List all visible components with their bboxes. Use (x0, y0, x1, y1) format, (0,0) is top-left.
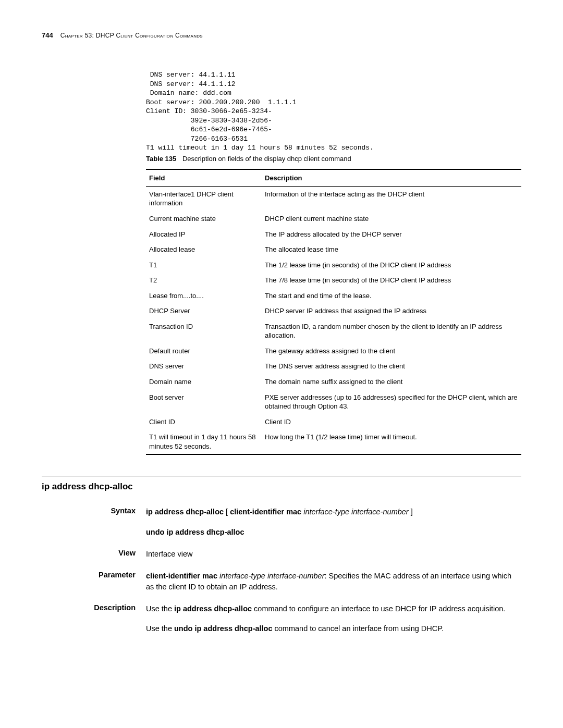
cell-description: The DNS server address assigned to the c… (262, 359, 521, 374)
table-row: Allocated IPThe IP address allocated by … (146, 227, 521, 242)
cell-field: Transaction ID (146, 319, 262, 343)
desc-p2a: Use the (146, 624, 174, 633)
cell-field: T2 (146, 273, 262, 288)
cell-field: Default router (146, 343, 262, 359)
syntax-label: Syntax (42, 507, 146, 537)
syntax-cmd1: ip address dhcp-alloc (146, 508, 224, 516)
syntax-line-2: undo ip address dhcp-alloc (146, 527, 521, 537)
syntax-cmd2: undo ip address dhcp-alloc (146, 528, 244, 536)
section-divider (42, 476, 521, 476)
cell-field: Client ID (146, 414, 262, 430)
cell-description: Information of the interface acting as t… (262, 186, 521, 211)
cell-description: Client ID (262, 414, 521, 430)
desc-p1a: Use the (146, 604, 174, 613)
table-row: Client IDClient ID (146, 414, 521, 430)
description-block: Description Use the ip address dhcp-allo… (42, 603, 521, 634)
section-title: ip address dhcp-alloc (42, 482, 521, 492)
syntax-cmd1-opt: client-identifier mac (230, 508, 301, 516)
table-row: DHCP ServerDHCP server IP address that a… (146, 303, 521, 319)
cell-description: Transaction ID, a random number chosen b… (262, 319, 521, 343)
cell-field: Lease from....to.... (146, 288, 262, 304)
desc-p2c: command to cancel an interface from usin… (273, 624, 444, 633)
cell-description: DHCP client current machine state (262, 211, 521, 227)
syntax-bracket-close: ] (409, 508, 413, 516)
cell-description: The start and end time of the lease. (262, 288, 521, 304)
table-caption-text: Description on fields of the display dhc… (182, 155, 351, 163)
code-output: DNS server: 44.1.1.11 DNS server: 44.1.1… (146, 70, 521, 153)
table-label: Table 135 (146, 155, 176, 163)
parameter-label: Parameter (42, 571, 146, 592)
view-text: Interface view (146, 549, 521, 559)
table-row: Domain nameThe domain name suffix assign… (146, 374, 521, 390)
cell-field: T1 will timeout in 1 day 11 hours 58 min… (146, 429, 262, 454)
view-block: View Interface view (42, 549, 521, 559)
parameter-text: client-identifier mac interface-type int… (146, 571, 521, 592)
cell-field: DNS server (146, 359, 262, 374)
cell-description: How long the T1 (1/2 lease time) timer w… (262, 429, 521, 454)
desc-p2b: undo ip address dhcp-alloc (174, 624, 273, 633)
param-italic: interface-type interface-number (217, 572, 325, 580)
syntax-line-1: ip address dhcp-alloc [ client-identifie… (146, 507, 521, 517)
table-row: T1 will timeout in 1 day 11 hours 58 min… (146, 429, 521, 454)
desc-p1b: ip address dhcp-alloc (174, 604, 252, 613)
chapter-title: Chapter 53: DHCP Client Configuration Co… (60, 32, 203, 39)
th-field: Field (146, 169, 262, 187)
cell-field: DHCP Server (146, 303, 262, 319)
table-caption: Table 135 Description on fields of the d… (146, 155, 521, 163)
table-row: Allocated leaseThe allocated lease time (146, 242, 521, 257)
table-row: Default routerThe gateway address assign… (146, 343, 521, 359)
cell-description: PXE server addresses (up to 16 addresses… (262, 390, 521, 414)
cell-description: The 1/2 lease time (in seconds) of the D… (262, 257, 521, 273)
field-table: Field Description Vlan-interface1 DHCP c… (146, 169, 521, 455)
table-row: Vlan-interface1 DHCP client informationI… (146, 186, 521, 211)
description-p1: Use the ip address dhcp-alloc command to… (146, 603, 521, 614)
table-row: Lease from....to....The start and end ti… (146, 288, 521, 304)
param-bold: client-identifier mac (146, 572, 217, 580)
cell-field: Vlan-interface1 DHCP client information (146, 186, 262, 211)
cell-field: Domain name (146, 374, 262, 390)
table-row: T1The 1/2 lease time (in seconds) of the… (146, 257, 521, 273)
cell-description: DHCP server IP address that assigned the… (262, 303, 521, 319)
cell-field: Boot server (146, 390, 262, 414)
cell-description: The 7/8 lease time (in seconds) of the D… (262, 273, 521, 288)
cell-description: The IP address allocated by the DHCP ser… (262, 227, 521, 242)
syntax-block: Syntax ip address dhcp-alloc [ client-id… (42, 507, 521, 537)
syntax-bracket-open: [ (224, 508, 230, 516)
parameter-block: Parameter client-identifier mac interfac… (42, 571, 521, 592)
cell-description: The allocated lease time (262, 242, 521, 257)
cell-field: Current machine state (146, 211, 262, 227)
cell-field: Allocated IP (146, 227, 262, 242)
table-row: Transaction IDTransaction ID, a random n… (146, 319, 521, 343)
table-row: Current machine stateDHCP client current… (146, 211, 521, 227)
description-p2: Use the undo ip address dhcp-alloc comma… (146, 623, 521, 634)
th-description: Description (262, 169, 521, 187)
syntax-arg: interface-type interface-number (303, 508, 409, 516)
cell-description: The gateway address assigned to the clie… (262, 343, 521, 359)
cell-field: T1 (146, 257, 262, 273)
page-number: 744 (42, 31, 53, 39)
cell-field: Allocated lease (146, 242, 262, 257)
desc-p1c: command to configure an interface to use… (252, 604, 505, 613)
view-label: View (42, 549, 146, 559)
table-row: DNS serverThe DNS server address assigne… (146, 359, 521, 374)
cell-description: The domain name suffix assigned to the c… (262, 374, 521, 390)
page-header: 744 Chapter 53: DHCP Client Configuratio… (42, 31, 521, 39)
table-row: T2The 7/8 lease time (in seconds) of the… (146, 273, 521, 288)
table-row: Boot serverPXE server addresses (up to 1… (146, 390, 521, 414)
description-label: Description (42, 603, 146, 634)
